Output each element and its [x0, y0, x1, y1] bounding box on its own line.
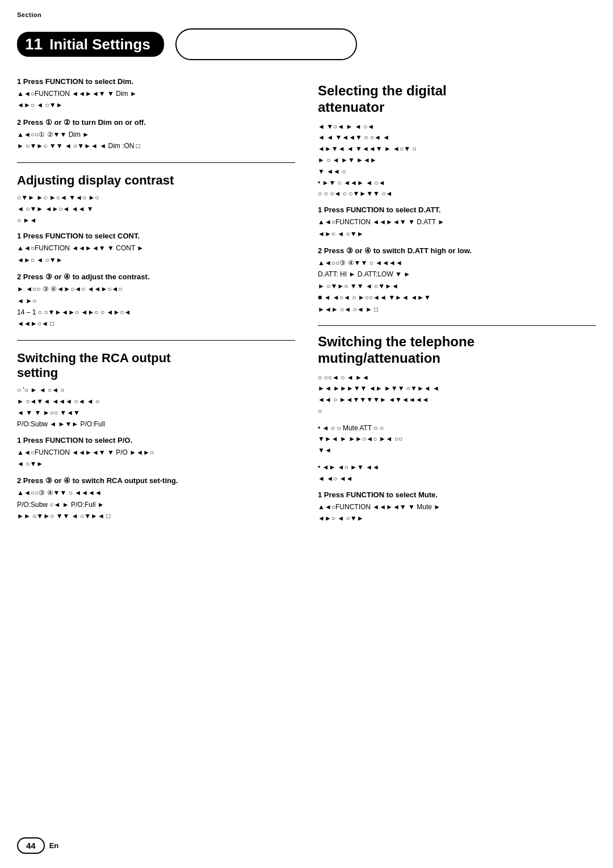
step-datt-2-line4: ■ ◄ ◄○◄ ○ ►○○◄◄ ▼►◄ ◄►▼ — [318, 292, 596, 303]
section-title: Initial Settings — [49, 36, 150, 53]
divider-1 — [17, 162, 295, 163]
rca-heading: Switching the RCA output setting — [17, 351, 295, 381]
adj-contrast-intro: ○▼► ►○ ►○◄ ▼◄○ ►○ ◄ ○▼► ◄►○◄ ◄◄ ▼ ○ ►◄ — [17, 192, 295, 226]
step-datt-1: 1 Press FUNCTION to select D.ATT. ▲◄○FUN… — [318, 206, 596, 240]
step-dim-2-line1: ▲◄○○① ②▼▼ Dim ► — [17, 129, 295, 140]
tel-intro-line4: ○ — [318, 406, 596, 417]
datt-intro-line3: ◄►▼◄ ◄ ▼◄◄▼ ► ◄○▼ ○ — [318, 144, 596, 155]
tel-heading-line2: muting/attenuation — [318, 350, 440, 366]
col-right: Selecting the digital attenuator ◄ ▼○◄ ►… — [318, 77, 596, 531]
datt-intro-line2: ◄ ◄ ▼◄◄▼ ○ ○◄ ◄ — [318, 132, 596, 144]
language-label: En — [49, 841, 59, 850]
step-dim-1-title: 1 Press FUNCTION to select Dim. — [17, 77, 295, 86]
step-cont-2: 2 Press ③ or ④ to adjust the contrast. ►… — [17, 272, 295, 330]
divider-2 — [17, 340, 295, 341]
step-datt-1-title: 1 Press FUNCTION to select D.ATT. — [318, 206, 596, 214]
step-dim-1-line1: ▲◄○FUNCTION ◄◄►◄▼ ▼ Dim ► — [17, 88, 295, 99]
tel-intro-line3: ◄◄ ○ ►◄▼▼▼▼► ◄▼◄◄◄◄ — [318, 395, 596, 406]
rca-heading-line1: Switching the RCA output — [17, 351, 170, 365]
col-left: 1 Press FUNCTION to select Dim. ▲◄○FUNCT… — [17, 77, 295, 531]
step-datt-1-content: ▲◄○FUNCTION ◄◄►◄▼ ▼ D.ATT ► ◄►○ ◄ ○▼► — [318, 216, 596, 240]
step-mute-1: 1 Press FUNCTION to select Mute. ▲◄○FUNC… — [318, 490, 596, 525]
datt-intro-line7: ○ ○ ○◄ ○ ○▼►▼▼ ○◄ — [318, 188, 596, 200]
step-cont-2-line4: ◄◄►○◄ □ — [17, 318, 295, 329]
step-po-2-content: ▲◄○○③ ④▼▼ ○ ◄◄◄◄ P/O:Subw ○◄ ► P/O:Full … — [17, 487, 295, 522]
tel-bullet-1: • ◄ ○ ○ Mute ATT ○ ○ ▼►◄ ► ►►○◄○ ►◄ ○○ ▼… — [318, 423, 596, 456]
datt-intro-line6: • ►▼ ○ ◄◄► ◄ ○◄ — [318, 178, 596, 189]
section-label: Section — [17, 11, 41, 18]
tel-bullet-2: • ◄► ◄○ ►▼ ◄◄ ◄ ◄○ ◄◄ — [318, 462, 596, 485]
page-container: Section 11 Initial Settings 1 Press FUNC… — [0, 0, 613, 868]
section-number: 11 — [25, 36, 43, 52]
tel-b1-line2: ▼►◄ ► ►►○◄○ ►◄ ○○ — [318, 434, 596, 445]
digital-att-intro: ◄ ▼○◄ ► ◄ ○◄ ◄ ◄ ▼◄◄▼ ○ ○◄ ◄ ◄►▼◄ ◄ ▼◄◄▼… — [318, 121, 596, 200]
step-po-1-content: ▲◄○FUNCTION ◄◄►◄▼ ▼ P/O ►◄►○ ◄ ○▼► — [17, 447, 295, 470]
adj-intro-line2: ◄ ○▼► ◄►○◄ ◄◄ ▼ — [17, 204, 295, 215]
step-datt-1-line2: ◄►○ ◄ ○▼► — [318, 228, 596, 240]
step-cont-1-line1: ▲◄○FUNCTION ◄◄►◄▼ ▼ CONT ► — [17, 242, 295, 254]
step-mute-1-line1: ▲◄○FUNCTION ◄◄►◄▼ ▼ Mute ► — [318, 501, 596, 513]
step-dim-2: 2 Press ① or ② to turn Dim on or off. ▲◄… — [17, 118, 295, 152]
datt-intro-line1: ◄ ▼○◄ ► ◄ ○◄ — [318, 121, 596, 133]
tel-b1-line1: • ◄ ○ ○ Mute ATT ○ ○ — [318, 423, 596, 434]
step-dim-1: 1 Press FUNCTION to select Dim. ▲◄○FUNCT… — [17, 77, 295, 111]
rca-intro-line3: ◄ ▼ ▼ ►○○ ▼◄▼ — [17, 408, 295, 419]
divider-3 — [318, 325, 596, 326]
step-po-1-line1: ▲◄○FUNCTION ◄◄►◄▼ ▼ P/O ►◄►○ — [17, 447, 295, 458]
step-mute-1-title: 1 Press FUNCTION to select Mute. — [318, 490, 596, 499]
step-po-1-line2: ◄ ○▼► — [17, 458, 295, 469]
step-cont-1-content: ▲◄○FUNCTION ◄◄►◄▼ ▼ CONT ► ◄►○ ◄ ○▼► — [17, 242, 295, 266]
step-datt-2-title: 2 Press ③ or ④ to switch D.ATT high or l… — [318, 246, 596, 255]
step-po-2-line2: P/O:Subw ○◄ ► P/O:Full ► — [17, 499, 295, 510]
step-po-2-title: 2 Press ③ or ④ to switch RCA output set-… — [17, 476, 295, 485]
rca-intro-line4: P/O:Subw ◄ ►▼► P/O:Full — [17, 419, 295, 430]
step-mute-1-content: ▲◄○FUNCTION ◄◄►◄▼ ▼ Mute ► ◄►○ ◄ ○▼► — [318, 501, 596, 525]
adj-intro-line3: ○ ►◄ — [17, 215, 295, 227]
step-cont-1-line2: ◄►○ ◄ ○▼► — [17, 254, 295, 266]
two-col-layout: 1 Press FUNCTION to select Dim. ▲◄○FUNCT… — [17, 77, 596, 531]
step-datt-2-line5: ►◄► ○◄ ○◄ ► □ — [318, 304, 596, 315]
step-datt-2: 2 Press ③ or ④ to switch D.ATT high or l… — [318, 246, 596, 315]
step-po-1: 1 Press FUNCTION to select P/O. ▲◄○FUNCT… — [17, 436, 295, 470]
rca-intro-line1: ○ '○ ► ◄ ○◄ ○ — [17, 385, 295, 396]
step-cont-2-content: ► ◄○○ ③ ④◄►○◄○ ◄◄►○◄○ ◄ ►○ 14 – 1 ○ ○▼►◄… — [17, 283, 295, 330]
footer: 44 En — [17, 837, 58, 854]
step-po-1-title: 1 Press FUNCTION to select P/O. — [17, 436, 295, 445]
adj-intro-line1: ○▼► ►○ ►○◄ ▼◄○ ►○ — [17, 192, 295, 204]
step-cont-2-line3: 14 – 1 ○ ○▼►◄►○ ◄►○ ○ ◄►○◄ — [17, 307, 295, 318]
step-mute-1-line2: ◄►○ ◄ ○▼► — [318, 513, 596, 524]
tel-b2-line1: • ◄► ◄○ ►▼ ◄◄ — [318, 462, 596, 473]
step-dim-2-line2: ► ○▼►○ ▼▼ ◄ ○▼►◄ ◄ Dim :ON □ — [17, 140, 295, 152]
rca-heading-line2: setting — [17, 366, 58, 380]
tel-heading-line1: Switching the telephone — [318, 334, 475, 349]
step-datt-2-line2: D.ATT: HI ► D.ATT:LOW ▼ ► — [318, 269, 596, 280]
step-dim-2-content: ▲◄○○① ②▼▼ Dim ► ► ○▼►○ ▼▼ ◄ ○▼►◄ ◄ Dim :… — [17, 129, 295, 152]
tel-b1-line3: ▼◄ — [318, 445, 596, 456]
header-oval — [175, 28, 357, 60]
step-cont-2-line1: ► ◄○○ ③ ④◄►○◄○ ◄◄►○◄○ — [17, 283, 295, 295]
digital-att-heading: Selecting the digital attenuator — [318, 83, 596, 116]
datt-intro-line5: ▼ ◄◄ ○ — [318, 166, 596, 178]
step-po-2: 2 Press ③ or ④ to switch RCA output set-… — [17, 476, 295, 522]
digital-att-heading-line1: Selecting the digital — [318, 83, 447, 98]
rca-intro-line2: ► ○◄▼◄ ◄◄◄ ○◄ ◄ ○ — [17, 396, 295, 408]
datt-intro-line4: ► ○ ◄ ►▼ ►◄► — [318, 155, 596, 166]
step-datt-2-content: ▲◄○○③ ④▼▼ ○ ◄◄◄◄ D.ATT: HI ► D.ATT:LOW ▼… — [318, 257, 596, 315]
tel-intro-line1: ○ ○○◄ ○ ◄ ►◄ — [318, 372, 596, 384]
header-row: 11 Initial Settings — [17, 11, 596, 60]
step-datt-1-line1: ▲◄○FUNCTION ◄◄►◄▼ ▼ D.ATT ► — [318, 216, 596, 228]
step-datt-2-line3: ► ○▼►○ ▼▼ ◄ ○▼►◄ — [318, 280, 596, 292]
step-dim-1-line2: ◄►○ ◄ ○▼► — [17, 99, 295, 111]
step-cont-1: 1 Press FUNCTION to select CONT. ▲◄○FUNC… — [17, 232, 295, 266]
step-cont-2-line2: ◄ ►○ — [17, 295, 295, 307]
step-po-2-line3: ►► ○▼►○ ▼▼ ◄ ○▼►◄ □ — [17, 510, 295, 522]
step-po-2-line1: ▲◄○○③ ④▼▼ ○ ◄◄◄◄ — [17, 487, 295, 498]
tel-heading: Switching the telephone muting/attenuati… — [318, 334, 596, 367]
step-dim-2-title: 2 Press ① or ② to turn Dim on or off. — [17, 118, 295, 127]
step-cont-1-title: 1 Press FUNCTION to select CONT. — [17, 232, 295, 240]
page-number: 44 — [17, 837, 45, 854]
digital-att-heading-line2: attenuator — [318, 99, 384, 115]
rca-intro: ○ '○ ► ◄ ○◄ ○ ► ○◄▼◄ ◄◄◄ ○◄ ◄ ○ ◄ ▼ ▼ ►○… — [17, 385, 295, 430]
step-datt-2-line1: ▲◄○○③ ④▼▼ ○ ◄◄◄◄ — [318, 257, 596, 269]
step-cont-2-title: 2 Press ③ or ④ to adjust the contrast. — [17, 272, 295, 281]
